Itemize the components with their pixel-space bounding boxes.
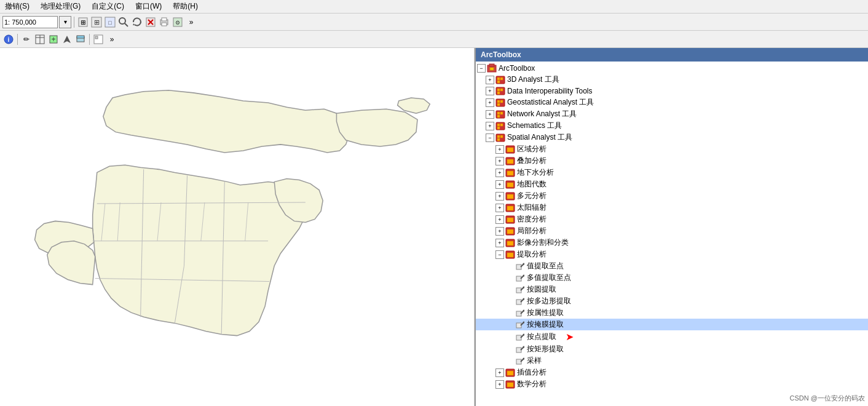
menu-geoprocessing[interactable]: 地理处理(G) (38, 1, 83, 12)
tree-item-zhitiqu[interactable]: 值提取至点 (476, 260, 868, 272)
arctoolbox-tree[interactable]: ArcToolbox 3D Analyst 工具 (476, 62, 868, 406)
root-expander[interactable] (477, 64, 486, 73)
schematics-expander[interactable] (486, 122, 494, 130)
andian-label: 按点提取 (527, 332, 556, 342)
midu-icon (505, 215, 515, 225)
tree-item-anshuxing[interactable]: 按属性提取 (476, 307, 868, 319)
print-icon[interactable] (158, 16, 170, 28)
dishui-expander[interactable] (495, 169, 504, 177)
tree-item-anyuan[interactable]: 按圆提取 (476, 284, 868, 295)
quyu-expander[interactable] (495, 145, 504, 154)
scale-input[interactable] (2, 16, 58, 28)
tree-item-dijia[interactable]: 叠加分析 (476, 155, 868, 167)
tree-item-midu[interactable]: 密度分析 (476, 213, 868, 225)
tree-item-anyamei[interactable]: 按掩膜提取 (476, 319, 868, 330)
jubu-expander[interactable] (495, 227, 504, 236)
tree-item-jubu[interactable]: 局部分析 (476, 225, 868, 237)
select-icon[interactable]: □ (104, 16, 116, 28)
tree-item-root[interactable]: ArcToolbox (476, 63, 868, 74)
toolbar2-sep2 (89, 34, 90, 45)
tree-item-taiyang[interactable]: 太阳辐射 (476, 202, 868, 213)
tree-item-anjuxing[interactable]: 按矩形提取 (476, 343, 868, 355)
svg-rect-71 (507, 183, 513, 187)
svg-text:+: + (51, 35, 55, 44)
scale-dropdown-btn[interactable]: ▾ (59, 16, 71, 28)
tree-item-dishui[interactable]: 地下水分析 (476, 167, 868, 178)
refresh-icon[interactable] (131, 16, 143, 28)
tree-item-yingxiang[interactable]: 影像分割和分类 (476, 237, 868, 249)
menu-customize[interactable]: 自定义(C) (89, 1, 127, 12)
shuxue-expander[interactable] (495, 380, 504, 389)
more2-icon[interactable]: » (106, 33, 118, 46)
tree-item-duozhitiqu[interactable]: 多值提取至点 (476, 272, 868, 284)
view-icon[interactable] (92, 33, 105, 46)
layers-icon[interactable] (74, 33, 87, 46)
pencil-icon[interactable]: ✏ (20, 33, 33, 46)
svg-rect-114 (507, 383, 513, 387)
delete-icon[interactable] (144, 16, 157, 28)
tree-item-interop[interactable]: Data Interoperability Tools (476, 86, 868, 97)
arrow-icon[interactable] (61, 33, 73, 46)
tree-item-3d[interactable]: 3D Analyst 工具 (476, 74, 868, 86)
svg-text:⊞: ⊞ (94, 18, 100, 26)
tree-item-ditu[interactable]: 地图代数 (476, 178, 868, 190)
tree-item-quyu[interactable]: 区域分析 (476, 143, 868, 155)
duoyuan-label: 多元分析 (517, 191, 546, 201)
taiyang-expander[interactable] (495, 204, 504, 212)
chazhi-expander[interactable] (495, 368, 504, 377)
ditu-expander[interactable] (495, 180, 504, 189)
svg-rect-105 (516, 348, 521, 352)
duoyuan-expander[interactable] (495, 192, 504, 201)
interop-expander[interactable] (486, 87, 494, 95)
dijia-expander[interactable] (495, 157, 504, 165)
svg-rect-57 (497, 124, 500, 126)
tree-item-andian[interactable]: 按点提取 ➤ (476, 330, 868, 343)
midu-expander[interactable] (495, 215, 504, 224)
tree-item-tiqu[interactable]: 提取分析 (476, 249, 868, 260)
zoom-in-icon[interactable]: ⊞ (90, 16, 103, 28)
jubu-icon (505, 226, 515, 236)
menu-help[interactable]: 帮助(H) (170, 1, 200, 12)
tree-item-geo[interactable]: Geostatistical Analyst 工具 (476, 97, 868, 108)
spatial-icon (495, 133, 505, 143)
info-icon[interactable]: i (2, 33, 15, 46)
tree-item-schematics[interactable]: Schematics 工具 (476, 120, 868, 132)
3d-icon (495, 75, 505, 85)
caiyang-icon (515, 356, 525, 366)
svg-rect-49 (497, 100, 500, 103)
svg-line-7 (125, 23, 128, 26)
add-icon[interactable]: + (47, 33, 60, 46)
tree-item-network[interactable]: Network Analyst 工具 (476, 108, 868, 120)
more-icon[interactable]: » (185, 16, 197, 28)
svg-text:□: □ (108, 20, 112, 26)
svg-rect-39 (490, 68, 494, 70)
svg-rect-41 (497, 78, 500, 80)
svg-rect-102 (516, 335, 521, 340)
geo-icon (495, 98, 505, 108)
yingxiang-expander[interactable] (495, 239, 504, 247)
spatial-expander[interactable] (486, 133, 494, 142)
tree-item-spatial[interactable]: Spatial Analyst 工具 (476, 132, 868, 143)
tree-item-duoyuan[interactable]: 多元分析 (476, 190, 868, 202)
map-view[interactable] (0, 48, 475, 406)
toolbar2: i ✏ + » (0, 31, 868, 48)
svg-rect-75 (507, 206, 513, 210)
tiqu-expander[interactable] (495, 250, 504, 259)
tree-item-caiyang[interactable]: 采样 (476, 355, 868, 367)
midu-label: 密度分析 (517, 214, 546, 225)
tree-item-anduobian[interactable]: 按多边形提取 (476, 295, 868, 307)
geo-expander[interactable] (486, 98, 494, 107)
settings-icon[interactable]: ⚙ (172, 16, 184, 28)
magnify-icon[interactable] (117, 16, 130, 28)
table-icon[interactable] (34, 33, 46, 46)
menu-undo[interactable]: 撤销(S) (2, 1, 32, 12)
3d-expander[interactable] (486, 76, 494, 84)
tree-item-shuxue[interactable]: 数学分析 (476, 378, 868, 390)
identify-icon[interactable]: ⊞ (77, 16, 89, 28)
menu-window[interactable]: 窗口(W) (133, 1, 164, 12)
svg-rect-63 (500, 135, 503, 138)
svg-rect-61 (497, 135, 500, 138)
network-expander[interactable] (486, 110, 494, 119)
tree-item-chazhi[interactable]: 插值分析 (476, 367, 868, 378)
svg-rect-96 (516, 311, 521, 316)
